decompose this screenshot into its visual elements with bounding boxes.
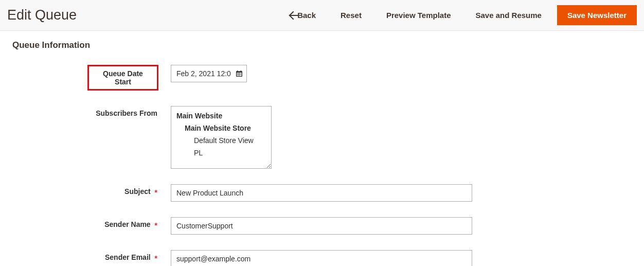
svg-rect-1 (237, 73, 241, 76)
required-asterisk-icon: * (155, 188, 157, 197)
preview-template-button[interactable]: Preview Template (377, 7, 460, 24)
queue-form: Queue Date Start (12, 65, 632, 266)
label-sender-email: Sender Email * (12, 250, 171, 261)
subject-label-text: Subject (124, 187, 151, 196)
row-sender-email: Sender Email * (12, 250, 632, 266)
required-asterisk-icon: * (155, 254, 157, 262)
sender-email-input[interactable] (171, 250, 472, 266)
save-resume-label: Save and Resume (476, 11, 542, 20)
label-subject: Subject * (12, 184, 171, 196)
content: Queue Information Queue Date Start (0, 31, 644, 266)
save-newsletter-button[interactable]: Save Newsletter (557, 5, 637, 25)
subject-input[interactable] (171, 184, 472, 202)
listbox-option-store[interactable]: Main Website Store (171, 122, 271, 134)
page-header: Edit Queue Back Reset Preview Template S… (0, 0, 644, 31)
control-sender-email (171, 250, 472, 266)
reset-button[interactable]: Reset (331, 7, 371, 24)
sender-email-label-text: Sender Email (105, 253, 151, 261)
control-subscribers-from: Main Website Main Website Store Default … (171, 106, 272, 169)
required-asterisk-icon: * (155, 221, 157, 229)
subscribers-from-listbox[interactable]: Main Website Main Website Store Default … (171, 106, 272, 169)
back-label: Back (297, 11, 316, 20)
calendar-icon[interactable] (235, 69, 244, 78)
label-subscribers-from: Subscribers From (12, 106, 171, 117)
control-subject (171, 184, 472, 202)
row-sender-name: Sender Name * (12, 217, 632, 235)
listbox-option-pl[interactable]: PL (171, 147, 271, 159)
page-title: Edit Queue (7, 7, 77, 23)
queue-date-start-label-text: Queue Date Start (87, 65, 158, 91)
sender-name-input[interactable] (171, 217, 472, 235)
control-sender-name (171, 217, 472, 235)
control-queue-date-start (171, 65, 247, 82)
section-title: Queue Information (12, 40, 632, 50)
reset-label: Reset (341, 11, 362, 20)
listbox-option-default-view[interactable]: Default Store View (171, 134, 271, 147)
row-subject: Subject * (12, 184, 632, 202)
save-newsletter-label: Save Newsletter (567, 11, 627, 20)
sender-name-label-text: Sender Name (104, 220, 150, 228)
save-resume-button[interactable]: Save and Resume (467, 7, 551, 24)
preview-label: Preview Template (386, 11, 451, 20)
label-queue-date-start: Queue Date Start (12, 65, 171, 91)
label-sender-name: Sender Name * (12, 217, 171, 228)
back-button[interactable]: Back (284, 7, 325, 24)
row-subscribers-from: Subscribers From Main Website Main Websi… (12, 106, 632, 169)
row-queue-date-start: Queue Date Start (12, 65, 632, 91)
header-actions: Back Reset Preview Template Save and Res… (284, 5, 637, 25)
listbox-option-website[interactable]: Main Website (171, 110, 271, 122)
